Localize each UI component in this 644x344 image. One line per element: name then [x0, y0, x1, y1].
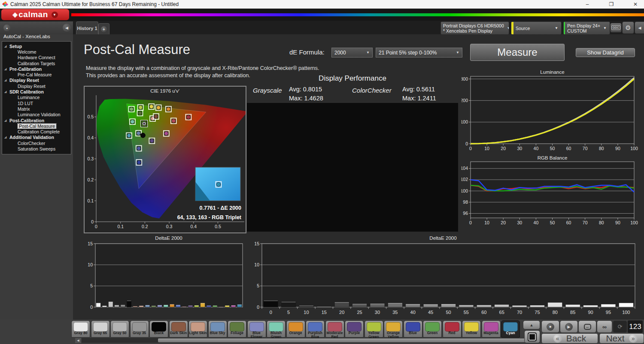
- refresh-button[interactable]: ⟳: [613, 320, 627, 333]
- sidebar-section-display-reset[interactable]: ◢Display Reset: [2, 78, 71, 83]
- svg-text:30: 30: [517, 146, 522, 151]
- sidebar-item-luminance-validation[interactable]: Luminance Validation: [2, 112, 71, 118]
- sidebar-section-setup[interactable]: ◢Setup: [2, 43, 71, 49]
- tab-history-1[interactable]: History 1: [76, 21, 98, 35]
- swatch-moderate-red[interactable]: Moderate Red: [325, 320, 344, 338]
- app-icon: [3, 2, 8, 7]
- swatch-gray-35[interactable]: Gray 35: [130, 320, 149, 338]
- close-button[interactable]: ✕: [632, 1, 639, 7]
- stop-button[interactable]: ■: [541, 320, 559, 333]
- swatch-purple[interactable]: Purple: [345, 320, 364, 338]
- swatch-blue-sky[interactable]: Blue Sky: [208, 320, 227, 338]
- point-count-select[interactable]: 21 Point 5% step 0-100%▼: [376, 48, 462, 57]
- sidebar-item-matrix[interactable]: Matrix: [2, 106, 71, 112]
- sidebar-item-display-reset[interactable]: Display Reset: [2, 83, 71, 89]
- pattern-counter: 123: [628, 320, 643, 333]
- bar-15: [317, 307, 331, 307]
- swatch-yellow-green[interactable]: Yellow Green: [365, 320, 383, 338]
- tab-add-button[interactable]: +: [98, 23, 109, 35]
- deltae-colorchecker-chart[interactable]: DeltaE 2000051015: [84, 235, 247, 312]
- sidebar-item-calibration-targets[interactable]: Calibration Targets: [2, 60, 71, 66]
- pattern-window-button[interactable]: [524, 330, 540, 343]
- sidebar-options-button[interactable]: ●: [3, 24, 10, 31]
- ddc-monitor-icon: DDC: [611, 25, 620, 30]
- svg-text:15: 15: [255, 241, 259, 246]
- continuous-button[interactable]: ∞: [597, 320, 612, 333]
- de-formula-select[interactable]: 2000▼: [331, 48, 373, 57]
- sidebar-item-saturation-sweeps[interactable]: Saturation Sweeps: [2, 146, 71, 151]
- sidebar-section-sdr-calibration[interactable]: ◢SDR Calibration: [2, 89, 71, 94]
- settings-button[interactable]: ⚙: [622, 21, 634, 34]
- sidebar-section-post-calibration[interactable]: ◢Post-Calibration: [2, 118, 71, 123]
- swatch-gray-65[interactable]: Gray 65: [91, 320, 110, 338]
- swatch-red[interactable]: Red: [443, 320, 462, 338]
- swatch-light-skin[interactable]: Light Skin: [188, 320, 207, 338]
- sidebar-item-1d-lut[interactable]: 1D LUT: [2, 100, 71, 106]
- cie-1976-chart[interactable]: CIE 1976 u'v'00.10.20.30.40.500.10.20.30…: [85, 87, 246, 232]
- play-button[interactable]: ▶: [560, 320, 578, 333]
- svg-text:200: 200: [462, 98, 468, 103]
- svg-text:Luminance: Luminance: [540, 69, 564, 75]
- swatch-bluish-green[interactable]: Bluish Green: [267, 320, 286, 338]
- swatch-blue[interactable]: Blue: [404, 320, 422, 338]
- pattern-up-button[interactable]: ▲: [523, 320, 540, 329]
- svg-text:20: 20: [339, 310, 344, 315]
- bar-65: [495, 305, 509, 307]
- swatch-yellow[interactable]: Yellow: [462, 320, 481, 338]
- bar-orange: [170, 304, 174, 307]
- rgb-balance-chart[interactable]: RGB Balance96981001021040102030405060708…: [462, 154, 638, 226]
- description-line-1: Measure the display with a combination o…: [86, 65, 319, 71]
- back-button[interactable]: « Back: [541, 333, 598, 344]
- meter-dropdown[interactable]: Portrait Displays C6 HDR5000 * Xencelabs…: [440, 21, 509, 35]
- swatch-orange[interactable]: Orange: [286, 320, 305, 338]
- sidebar-item-welcome[interactable]: Welcome: [2, 49, 71, 54]
- chevron-down-icon: ▼: [552, 26, 561, 30]
- swatch-blue-flower[interactable]: Blue Flower: [247, 320, 266, 338]
- deltae-grayscale-chart[interactable]: DeltaE 200005101505101520253035404550556…: [255, 235, 640, 319]
- show-datagrid-button[interactable]: Show Datagrid: [576, 48, 635, 57]
- swatch-gray-80[interactable]: Gray 80: [71, 320, 90, 338]
- bar-100: [619, 303, 633, 307]
- next-button[interactable]: Next »: [599, 333, 644, 344]
- swatch-foliage[interactable]: Foliage: [228, 320, 246, 338]
- swatch-black[interactable]: Black: [149, 320, 168, 338]
- sidebar-collapse-icon[interactable]: ◀: [63, 24, 71, 32]
- swatch-scrollbar-thumb[interactable]: [158, 338, 528, 342]
- svg-text:0: 0: [469, 220, 472, 225]
- bar-cyan: [237, 305, 242, 307]
- bar-blue: [207, 305, 211, 307]
- ddc-button[interactable]: DDC: [610, 23, 622, 33]
- calman-logo-button[interactable]: ◈ calman ▼: [1, 9, 69, 20]
- bar-40: [406, 304, 420, 307]
- minimize-button[interactable]: –: [584, 1, 591, 7]
- measure-button[interactable]: Measure: [470, 44, 565, 61]
- svg-text:10: 10: [484, 220, 489, 225]
- bar-45: [423, 304, 438, 307]
- sidebar-item-pre-cal-measure[interactable]: Pre-Cal Measure: [2, 72, 71, 77]
- swatch-magenta[interactable]: Magenta: [482, 320, 501, 338]
- swatch-gray-50[interactable]: Gray 50: [110, 320, 129, 338]
- gear-icon: ⚙: [625, 24, 631, 32]
- panel-collapse-button[interactable]: ◀: [635, 21, 644, 34]
- sidebar-item-post-cal-measure[interactable]: Post-Cal Measure: [2, 123, 71, 129]
- display-dropdown[interactable]: Pen Display 24+ CUSTOM ▼: [563, 21, 610, 35]
- sidebar-item-luminance[interactable]: Luminance: [2, 95, 71, 100]
- sidebar-item-calibration-complete[interactable]: Calibration Complete: [2, 129, 71, 134]
- sidebar-item-hardware-connect[interactable]: Hardware Connect: [2, 55, 71, 60]
- svg-text:64, 133, 163 - RGB Triplet: 64, 133, 163 - RGB Triplet: [177, 214, 242, 220]
- swatch-orange-yellow[interactable]: Orange Yellow: [384, 320, 403, 338]
- sidebar-section-pre-calibration[interactable]: ◢Pre-Calibration: [2, 66, 71, 72]
- source-dropdown[interactable]: Source ▼: [511, 21, 562, 35]
- luminance-chart[interactable]: Luminance0100200300010203040506070809010…: [462, 69, 638, 152]
- expander-icon: ◢: [4, 90, 9, 94]
- sidebar-item-colorchecker[interactable]: ColorChecker: [2, 140, 71, 146]
- pattern-size-button[interactable]: ↔: [578, 320, 596, 333]
- swatch-green[interactable]: Green: [423, 320, 442, 338]
- swatch-purplish-blue[interactable]: Purplish Blue: [306, 320, 325, 338]
- swatch-cyan[interactable]: Cyan: [501, 320, 520, 338]
- restore-button[interactable]: ❐: [608, 1, 615, 7]
- scroll-left-icon[interactable]: ◀: [75, 338, 81, 343]
- swatch-dark-skin[interactable]: Dark Skin: [169, 320, 188, 338]
- sidebar-section-additional-validation[interactable]: ◢Additional Validation: [2, 135, 71, 140]
- chevron-down-icon: ▼: [456, 51, 459, 54]
